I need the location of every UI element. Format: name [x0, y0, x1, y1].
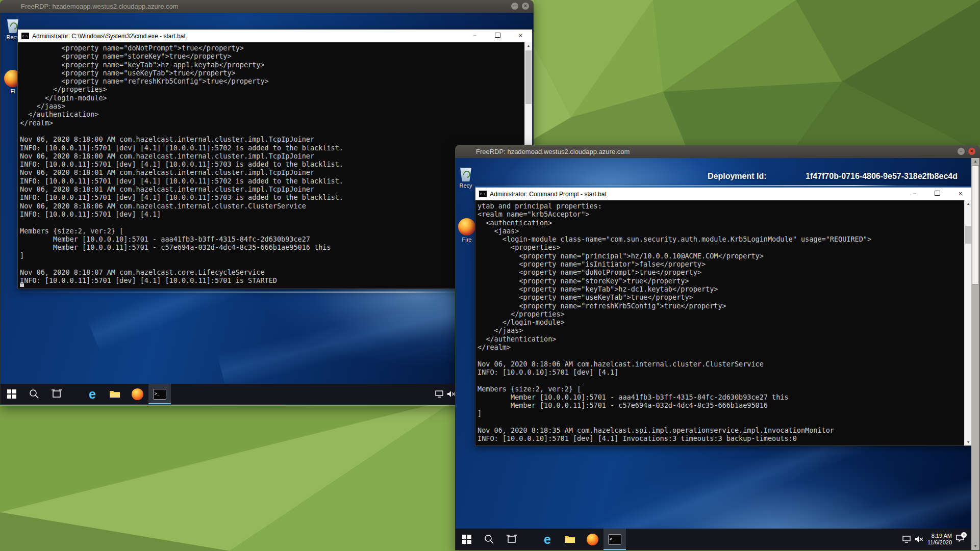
close-icon[interactable]: ×: [509, 30, 532, 42]
cmd-icon: >_: [608, 534, 621, 545]
file-explorer-button[interactable]: [559, 529, 581, 550]
freerdp-app-title: FreeRDP: hzademoapp.westus2.cloudapp.azu…: [0, 3, 179, 10]
minimize-icon[interactable]: −: [511, 3, 518, 10]
folder-icon: [564, 535, 575, 544]
maximize-icon[interactable]: [486, 30, 509, 42]
recycle-bin-icon: [459, 165, 472, 181]
system-tray-ad[interactable]: 8:19 AM 11/6/2020 1: [902, 529, 964, 550]
deployment-id-value: 1f47f70b-0716-4806-9e57-318e2fb8ec4d: [806, 172, 958, 181]
search-button[interactable]: [23, 384, 45, 404]
cmd-ad-titlebar[interactable]: C:\ Administrator: Command Prompt - star…: [475, 188, 972, 200]
recycle-bin-label: Recy: [456, 182, 476, 189]
task-view-button[interactable]: [500, 529, 523, 550]
cmd-taskbar-button[interactable]: >_: [148, 384, 171, 404]
firefox-shortcut[interactable]: Fire: [457, 218, 477, 243]
notification-badge: 1: [961, 532, 967, 538]
scroll-up-icon[interactable]: ▲: [525, 42, 532, 49]
freerdp-window-ad[interactable]: FreeRDP: hzademoad.westus2.cloudapp.azur…: [455, 145, 980, 551]
firefox-button[interactable]: [581, 529, 604, 550]
cmd-app-titlebar[interactable]: C:\ Administrator: C:\Windows\System32\c…: [18, 30, 532, 42]
start-button[interactable]: [456, 529, 478, 550]
firefox-icon: [132, 388, 143, 400]
folder-icon: [109, 389, 120, 399]
wallpaper-beam: [456, 185, 979, 186]
scrollbar-thumb[interactable]: [965, 226, 971, 244]
firefox-icon: [587, 534, 598, 545]
edge-button[interactable]: e: [536, 529, 559, 550]
remote-desktop-ad: Deployment Id: 1f47f70b-0716-4806-9e57-3…: [455, 158, 980, 550]
freerdp-window-app[interactable]: FreeRDP: hzademoapp.westus2.cloudapp.azu…: [0, 0, 534, 406]
minimize-icon[interactable]: −: [903, 188, 926, 200]
scroll-up-icon[interactable]: ▲: [965, 200, 972, 207]
edge-icon: e: [89, 388, 96, 401]
edge-icon: e: [544, 533, 551, 546]
wallpaper-beam: [1, 292, 533, 293]
taskbar-app[interactable]: e >_: [1, 384, 533, 404]
task-view-icon: [507, 535, 517, 544]
edge-button[interactable]: e: [81, 384, 104, 404]
freerdp-ad-vscrollbar[interactable]: ▲ ▼: [971, 158, 979, 550]
windows-logo-icon: [7, 389, 16, 399]
scroll-down-icon[interactable]: ▼: [965, 439, 972, 445]
speaker-muted-icon: [915, 536, 923, 543]
maximize-icon[interactable]: [926, 188, 949, 200]
cmd-ad-title: Administrator: Command Prompt - start.ba…: [490, 191, 607, 198]
freerdp-app-titlebar[interactable]: FreeRDP: hzademoapp.westus2.cloudapp.azu…: [0, 0, 534, 13]
close-icon[interactable]: ×: [949, 188, 972, 200]
clock-date: 11/6/2020: [927, 539, 952, 546]
system-tray-app[interactable]: [435, 384, 456, 404]
firefox-label: Fire: [457, 237, 477, 243]
search-icon: [29, 389, 39, 399]
clock-time: 8:19 AM: [927, 533, 952, 539]
terminal-cursor: [20, 283, 24, 287]
remote-desktop-app: Recy Fi C:\ Administrator: C:\Windows\Sy…: [0, 13, 534, 405]
action-center-button[interactable]: 1: [956, 535, 964, 544]
cmd-ad-output[interactable]: ytab and principal properties: <realm na…: [475, 200, 972, 445]
close-icon[interactable]: ×: [522, 3, 529, 10]
start-button[interactable]: [1, 384, 23, 404]
deployment-id-label: Deployment Id:: [708, 172, 767, 181]
scroll-up-icon[interactable]: ▲: [971, 158, 979, 165]
screen: FreeRDP: hzademoapp.westus2.cloudapp.azu…: [0, 0, 980, 551]
taskbar-clock[interactable]: 8:19 AM 11/6/2020: [927, 533, 952, 546]
cmd-icon: C:\: [21, 33, 29, 39]
display-tray-icon: [902, 536, 911, 543]
search-icon: [484, 534, 494, 544]
task-view-icon: [52, 389, 62, 399]
scroll-down-icon[interactable]: ▼: [971, 543, 979, 550]
close-icon[interactable]: ×: [968, 148, 975, 155]
search-button[interactable]: [478, 529, 500, 550]
minimize-icon[interactable]: −: [958, 148, 965, 155]
freerdp-ad-titlebar[interactable]: FreeRDP: hzademoad.westus2.cloudapp.azur…: [455, 145, 980, 158]
recycle-bin-shortcut[interactable]: Recy: [456, 165, 476, 189]
firefox-button[interactable]: [126, 384, 148, 404]
task-view-button[interactable]: [45, 384, 68, 404]
cmd-icon: C:\: [479, 191, 487, 197]
taskbar-ad[interactable]: e >_: [456, 529, 971, 550]
scrollbar-thumb[interactable]: [972, 165, 979, 284]
speaker-muted-icon: [447, 390, 456, 398]
minimize-icon[interactable]: −: [463, 30, 486, 42]
firefox-icon: [458, 218, 475, 235]
cmd-ad-scrollbar[interactable]: ▲ ▼: [964, 200, 972, 445]
freerdp-ad-title: FreeRDP: hzademoad.westus2.cloudapp.azur…: [455, 148, 630, 155]
file-explorer-button[interactable]: [104, 384, 126, 404]
cmd-app-title: Administrator: C:\Windows\System32\cmd.e…: [32, 33, 186, 40]
cmd-taskbar-button[interactable]: >_: [604, 529, 626, 550]
cmd-icon: >_: [153, 389, 166, 400]
terminal-text: ytab and principal properties: <realm na…: [475, 200, 972, 443]
cmd-window-ad[interactable]: C:\ Administrator: Command Prompt - star…: [475, 187, 972, 446]
display-tray-icon: [435, 390, 443, 398]
windows-logo-icon: [462, 535, 471, 544]
scrollbar-thumb[interactable]: [525, 50, 532, 104]
